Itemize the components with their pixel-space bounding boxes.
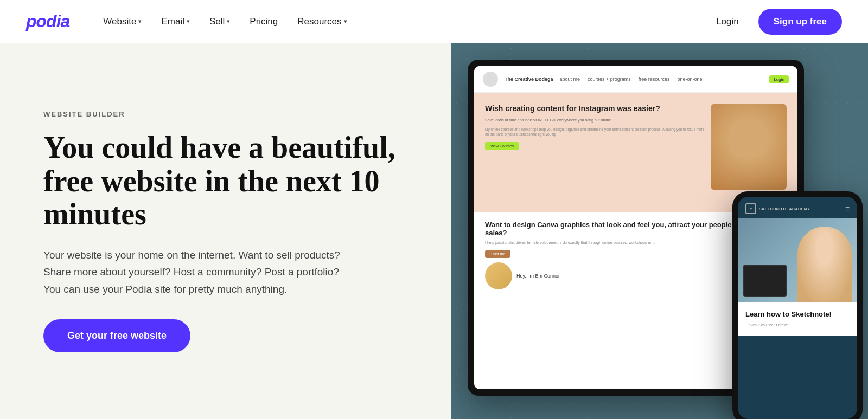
nav-right: Login Sign up free [707, 9, 842, 35]
hero-left: WEBSITE BUILDER You could have a beautif… [0, 43, 451, 419]
phone-brand-icon: ✦ [745, 203, 756, 214]
tablet-nav-links: about me courses + programs free resourc… [560, 76, 703, 82]
signup-button[interactable]: Sign up free [758, 9, 842, 35]
nav-item-email[interactable]: Email ▾ [154, 12, 197, 31]
chevron-down-icon: ▾ [344, 18, 347, 25]
tablet-hero-body: My online courses and workshops help you… [485, 127, 705, 137]
nav-item-website[interactable]: Website ▾ [95, 12, 149, 31]
hero-right: The Creative Bodega about me courses + p… [451, 43, 868, 419]
chevron-down-icon: ▾ [138, 18, 142, 25]
tablet-hero-text: Wish creating content for Instagram was … [485, 104, 711, 201]
logo[interactable]: podia [26, 11, 69, 31]
nav-item-pricing[interactable]: Pricing [242, 12, 285, 31]
navbar: podia Website ▾ Email ▾ Sell ▾ Pricing R… [0, 0, 868, 43]
tablet-login-btn: Login [769, 75, 789, 83]
hero-title: You could have a beautiful, free website… [43, 131, 408, 231]
phone-hero-image [738, 218, 857, 302]
tablet-person-image [711, 104, 787, 190]
phone-brand: ✦ SKETCHNOTE ACADEMY [745, 203, 810, 214]
phone-tablet-image [743, 265, 787, 297]
login-button[interactable]: Login [707, 12, 748, 31]
phone-mockup: ✦ SKETCHNOTE ACADEMY ≡ Learn how to Sket… [732, 191, 863, 419]
tablet-hero-title: Wish creating content for Instagram was … [485, 104, 705, 113]
tablet-brand: The Creative Bodega [505, 76, 553, 82]
phone-sub: ...even if you "can't draw." [745, 323, 850, 328]
nav-item-sell[interactable]: Sell ▾ [202, 12, 238, 31]
chevron-down-icon: ▾ [227, 18, 230, 25]
tablet-logo-icon [483, 72, 498, 87]
phone-person-image [797, 227, 852, 302]
hero-eyebrow: WEBSITE BUILDER [43, 110, 408, 118]
tablet-person-name: Hey, I'm Em Connor [516, 273, 560, 279]
phone-header: ✦ SKETCHNOTE ACADEMY ≡ [738, 197, 857, 218]
tablet-hero-image [711, 104, 787, 190]
tablet-person-avatar [485, 262, 512, 289]
phone-screen: ✦ SKETCHNOTE ACADEMY ≡ Learn how to Sket… [738, 197, 857, 419]
tablet-courses-btn: View Courses [485, 142, 519, 150]
hamburger-icon: ≡ [845, 204, 850, 213]
tablet-nav: The Creative Bodega about me courses + p… [474, 66, 797, 93]
phone-title: Learn how to Sketchnote! [745, 310, 850, 319]
tablet-hero-sub: Save loads of time and look MORE LEGIT e… [485, 118, 705, 124]
cta-button[interactable]: Get your free website [43, 319, 190, 352]
nav-item-resources[interactable]: Resources ▾ [290, 12, 354, 31]
tablet-trust-btn: Trust me [485, 250, 510, 258]
hero-description: Your website is your home on the interne… [43, 247, 347, 298]
hero-section: WEBSITE BUILDER You could have a beautif… [0, 43, 868, 419]
chevron-down-icon: ▾ [187, 18, 190, 25]
nav-links: Website ▾ Email ▾ Sell ▾ Pricing Resourc… [95, 12, 707, 31]
phone-content: Learn how to Sketchnote! ...even if you … [738, 302, 857, 336]
phone-brand-text: SKETCHNOTE ACADEMY [759, 207, 810, 211]
